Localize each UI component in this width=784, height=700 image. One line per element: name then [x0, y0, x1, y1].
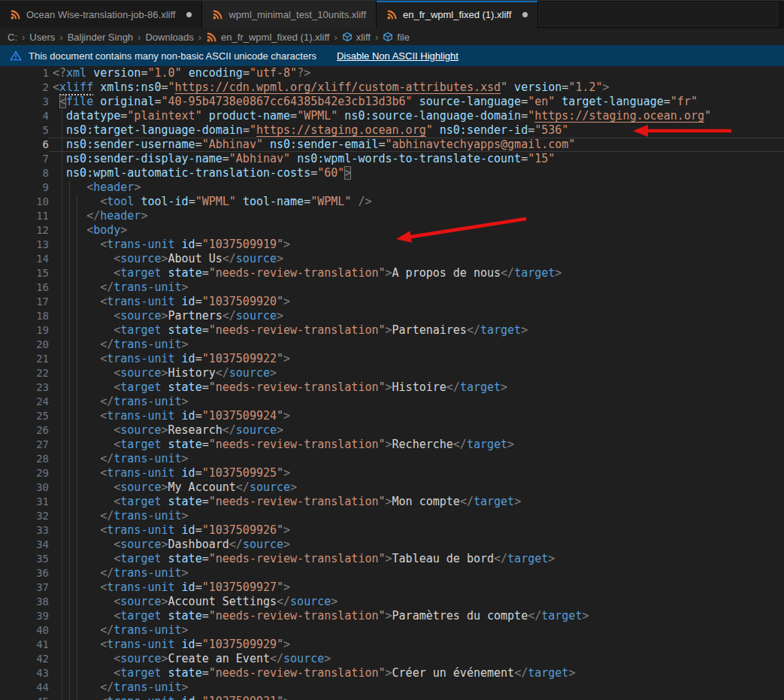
breadcrumb-item[interactable]: C: — [7, 32, 18, 43]
code-line-content[interactable]: <target state="needs-review-translation"… — [53, 495, 521, 509]
tab-2[interactable]: wpml_minimal_test_10units.xliff — [202, 1, 377, 29]
code-line-9[interactable]: 9 <header> — [0, 180, 784, 195]
code-line-content[interactable]: <file original="40-95b4738e0867cc64385b4… — [53, 95, 698, 109]
code-line-content[interactable]: ns0:sender-username="Abhinav" ns0:sender… — [53, 138, 575, 152]
code-line-33[interactable]: 33 <trans-unit id="1037509926"> — [0, 523, 784, 538]
modified-dot-icon[interactable] — [186, 12, 192, 17]
code-line-content[interactable]: </trans-unit> — [53, 509, 189, 523]
code-line-content[interactable]: <source>History</source> — [53, 366, 277, 380]
code-line-content[interactable]: <tool tool-id="WPML" tool-name="WPML" /> — [53, 195, 371, 209]
code-line-7[interactable]: 7 ns0:sender-display-name="Abhinav" ns0:… — [0, 152, 784, 166]
code-line-8[interactable]: 8 ns0:wpml-automatic-translation-costs="… — [0, 166, 784, 180]
code-line-content[interactable]: <source>Research</source> — [53, 423, 283, 438]
code-line-content[interactable]: <trans-unit id="1037509924"> — [53, 409, 290, 423]
code-line-18[interactable]: 18 <source>Partners</source> — [0, 309, 784, 323]
code-line-26[interactable]: 26 <source>Research</source> — [0, 423, 784, 438]
code-line-39[interactable]: 39 <target state="needs-review-translati… — [0, 609, 784, 623]
code-line-11[interactable]: 11 </header> — [0, 209, 784, 223]
code-line-content[interactable]: <source>Create an Event</source> — [53, 652, 331, 666]
code-line-36[interactable]: 36 </trans-unit> — [0, 566, 784, 580]
code-line-2[interactable]: 2<xliff xmlns:ns0="https://cdn.wpml.org/… — [0, 80, 784, 95]
code-line-content[interactable]: datatype="plaintext" product-name="WPML"… — [53, 109, 711, 123]
code-line-4[interactable]: 4 datatype="plaintext" product-name="WPM… — [0, 109, 784, 123]
code-line-content[interactable]: <target state="needs-review-translation"… — [53, 266, 562, 280]
code-line-12[interactable]: 12 <body> — [0, 223, 784, 238]
code-line-content[interactable]: <source>About Us</source> — [53, 252, 283, 266]
code-line-content[interactable]: <trans-unit id="1037509927"> — [53, 580, 290, 595]
tab-1[interactable]: Ocean Wise-translation-job-86.xliff — [0, 1, 202, 29]
breadcrumb-item[interactable]: xliff — [341, 32, 371, 43]
code-line-content[interactable]: <header> — [53, 180, 141, 195]
code-line-15[interactable]: 15 <target state="needs-review-translati… — [0, 266, 784, 280]
breadcrumb-item[interactable]: en_fr_wpml_fixed (1).xliff — [205, 32, 330, 43]
code-line-42[interactable]: 42 <source>Create an Event</source> — [0, 652, 784, 666]
code-line-content[interactable]: <trans-unit id="1037509919"> — [53, 238, 290, 252]
code-line-content[interactable]: <target state="needs-review-translation"… — [53, 438, 514, 452]
code-line-29[interactable]: 29 <trans-unit id="1037509925"> — [0, 466, 784, 480]
code-line-content[interactable]: </trans-unit> — [53, 338, 189, 352]
code-line-content[interactable]: <target state="needs-review-translation"… — [53, 552, 555, 566]
code-line-content[interactable]: <body> — [53, 223, 127, 238]
code-line-content[interactable]: <trans-unit id="1037509929"> — [53, 638, 290, 652]
code-line-content[interactable]: ns0:sender-display-name="Abhinav" ns0:wp… — [53, 152, 555, 166]
code-line-content[interactable]: <trans-unit id="1037509922"> — [53, 352, 290, 366]
code-line-44[interactable]: 44 </trans-unit> — [0, 680, 784, 695]
code-line-32[interactable]: 32 </trans-unit> — [0, 509, 784, 523]
code-line-14[interactable]: 14 <source>About Us</source> — [0, 252, 784, 266]
code-line-content[interactable]: <trans-unit id="1037509925"> — [53, 466, 290, 480]
code-line-content[interactable]: <source>Partners</source> — [53, 309, 283, 323]
code-line-25[interactable]: 25 <trans-unit id="1037509924"> — [0, 409, 784, 423]
code-line-content[interactable]: ns0:target-language-domain="https://stag… — [53, 123, 568, 138]
code-line-1[interactable]: 1<?xml version="1.0" encoding="utf-8"?> — [0, 66, 784, 80]
code-line-content[interactable]: </trans-unit> — [53, 280, 189, 295]
code-line-43[interactable]: 43 <target state="needs-review-translati… — [0, 666, 784, 680]
code-line-content[interactable]: </trans-unit> — [53, 566, 189, 580]
code-line-24[interactable]: 24 </trans-unit> — [0, 395, 784, 409]
disable-non-ascii-highlight-link[interactable]: Disable Non ASCII Highlight — [337, 50, 459, 62]
code-line-35[interactable]: 35 <target state="needs-review-translati… — [0, 552, 784, 566]
breadcrumb-item[interactable]: Downloads — [144, 32, 194, 43]
code-line-content[interactable]: </trans-unit> — [53, 623, 189, 638]
code-line-45[interactable]: 45 <trans-unit id="1037509931"> — [0, 695, 784, 700]
breadcrumb-item[interactable]: file — [382, 32, 410, 43]
code-line-20[interactable]: 20 </trans-unit> — [0, 338, 784, 352]
code-line-10[interactable]: 10 <tool tool-id="WPML" tool-name="WPML"… — [0, 195, 784, 209]
code-line-content[interactable]: <source>My Account</source> — [53, 480, 297, 495]
code-line-37[interactable]: 37 <trans-unit id="1037509927"> — [0, 580, 784, 595]
code-line-41[interactable]: 41 <trans-unit id="1037509929"> — [0, 638, 784, 652]
code-line-40[interactable]: 40 </trans-unit> — [0, 623, 784, 638]
code-line-13[interactable]: 13 <trans-unit id="1037509919"> — [0, 238, 784, 252]
code-line-content[interactable]: <trans-unit id="1037509920"> — [53, 295, 290, 309]
code-line-content[interactable]: <target state="needs-review-translation"… — [53, 666, 575, 680]
code-line-content[interactable]: </trans-unit> — [53, 452, 189, 466]
tab-3[interactable]: en_fr_wpml_fixed (1).xliff — [377, 1, 538, 29]
code-line-31[interactable]: 31 <target state="needs-review-translati… — [0, 495, 784, 509]
breadcrumb-item[interactable]: Baljinder Singh — [67, 32, 134, 43]
code-line-30[interactable]: 30 <source>My Account</source> — [0, 480, 784, 495]
code-line-16[interactable]: 16 </trans-unit> — [0, 280, 784, 295]
code-editor[interactable]: 1<?xml version="1.0" encoding="utf-8"?>2… — [0, 66, 784, 700]
code-line-content[interactable]: <target state="needs-review-translation"… — [53, 380, 507, 395]
breadcrumb-item[interactable]: Users — [29, 32, 56, 43]
code-line-content[interactable]: ns0:wpml-automatic-translation-costs="60… — [53, 166, 351, 180]
code-line-content[interactable]: <target state="needs-review-translation"… — [53, 323, 528, 338]
code-line-23[interactable]: 23 <target state="needs-review-translati… — [0, 380, 784, 395]
code-line-content[interactable]: <source>Account Settings</source> — [53, 595, 338, 609]
code-line-content[interactable]: <target state="needs-review-translation"… — [53, 609, 589, 623]
modified-dot-icon[interactable] — [522, 12, 528, 17]
code-line-38[interactable]: 38 <source>Account Settings</source> — [0, 595, 784, 609]
code-line-content[interactable]: </trans-unit> — [53, 395, 189, 409]
code-line-21[interactable]: 21 <trans-unit id="1037509922"> — [0, 352, 784, 366]
code-line-27[interactable]: 27 <target state="needs-review-translati… — [0, 438, 784, 452]
code-line-34[interactable]: 34 <source>Dashboard</source> — [0, 538, 784, 552]
code-line-22[interactable]: 22 <source>History</source> — [0, 366, 784, 380]
code-line-content[interactable]: <trans-unit id="1037509926"> — [53, 523, 290, 538]
code-line-17[interactable]: 17 <trans-unit id="1037509920"> — [0, 295, 784, 309]
code-line-content[interactable]: <source>Dashboard</source> — [53, 538, 290, 552]
code-line-6[interactable]: 6 ns0:sender-username="Abhinav" ns0:send… — [0, 138, 784, 152]
code-line-content[interactable]: <?xml version="1.0" encoding="utf-8"?> — [53, 66, 310, 80]
code-line-19[interactable]: 19 <target state="needs-review-translati… — [0, 323, 784, 338]
code-line-3[interactable]: 3 <file original="40-95b4738e0867cc64385… — [0, 95, 784, 109]
code-line-5[interactable]: 5 ns0:target-language-domain="https://st… — [0, 123, 784, 138]
code-line-content[interactable]: <trans-unit id="1037509931"> — [53, 695, 290, 700]
